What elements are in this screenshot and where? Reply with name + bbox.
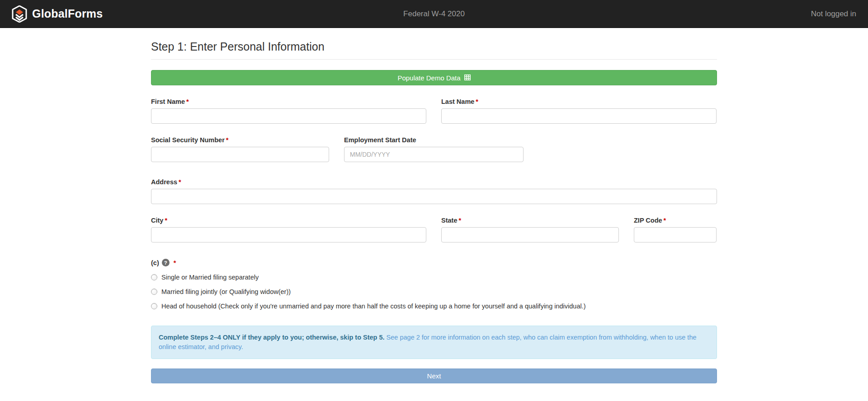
zip-input[interactable] [634, 227, 717, 242]
first-name-label: First Name* [151, 98, 426, 105]
required-asterisk: * [186, 98, 189, 105]
radio-button[interactable] [151, 303, 157, 309]
page-title: Step 1: Enter Personal Information [151, 40, 717, 60]
required-asterisk: * [165, 217, 167, 224]
city-label: City* [151, 217, 426, 224]
login-status: Not logged in [811, 9, 856, 19]
question-circle-icon[interactable]: ? [162, 259, 170, 266]
radio-option-label: Head of household (Check only if you're … [161, 303, 586, 310]
city-group: City* [151, 217, 426, 242]
brand-name: GlobalForms [32, 7, 103, 20]
populate-demo-data-label: Populate Demo Data [397, 74, 460, 82]
populate-demo-data-button[interactable]: Populate Demo Data [151, 70, 717, 85]
zip-label: ZIP Code* [634, 217, 717, 224]
radio-option-head-of-household[interactable]: Head of household (Check only if you're … [151, 303, 717, 310]
ssn-group: Social Security Number* [151, 136, 329, 162]
first-name-input[interactable] [151, 108, 426, 124]
first-name-group: First Name* [151, 98, 426, 124]
navbar-form-title: Federal W-4 2020 [403, 9, 465, 19]
zip-group: ZIP Code* [634, 217, 717, 242]
filing-status-group: (c) ? * Single or Married filing separat… [151, 259, 717, 310]
state-input[interactable] [441, 227, 619, 242]
globalforms-logo-icon [12, 5, 27, 23]
required-asterisk: * [179, 178, 181, 186]
last-name-label: Last Name* [441, 98, 717, 105]
radio-option-label: Married filing jointly (or Qualifying wi… [161, 288, 291, 295]
required-asterisk: * [476, 98, 478, 105]
alert-bold-text: Complete Steps 2–4 ONLY if they apply to… [159, 334, 385, 341]
filing-status-label: (c) ? * [151, 259, 717, 266]
required-asterisk: * [458, 217, 461, 224]
employment-start-date-group: Employment Start Date [344, 136, 524, 162]
radio-option-married-jointly[interactable]: Married filing jointly (or Qualifying wi… [151, 288, 717, 295]
required-asterisk: * [226, 136, 229, 144]
next-button-label: Next [427, 372, 441, 380]
ssn-label: Social Security Number* [151, 136, 329, 144]
ssn-input[interactable] [151, 147, 329, 162]
city-state-zip-row: City* State* ZIP Code* [151, 217, 717, 242]
radio-button[interactable] [151, 289, 157, 295]
name-row: First Name* Last Name* [151, 98, 717, 124]
address-input[interactable] [151, 189, 717, 204]
form-container: Step 1: Enter Personal Information Popul… [151, 40, 717, 383]
table-icon [464, 74, 471, 82]
next-button[interactable]: Next [151, 368, 717, 383]
last-name-group: Last Name* [441, 98, 717, 124]
brand[interactable]: GlobalForms [12, 5, 103, 23]
steps-info-alert: Complete Steps 2–4 ONLY if they apply to… [151, 326, 717, 359]
ssn-date-row: Social Security Number* Employment Start… [151, 136, 717, 162]
navbar: GlobalForms Federal W-4 2020 Not logged … [0, 0, 868, 28]
address-group: Address* [151, 178, 717, 204]
required-asterisk: * [174, 259, 176, 266]
radio-option-single[interactable]: Single or Married filing separately [151, 274, 717, 281]
employment-start-date-label: Employment Start Date [344, 136, 524, 144]
address-label: Address* [151, 178, 717, 186]
employment-start-date-input[interactable] [344, 147, 524, 162]
city-input[interactable] [151, 227, 426, 242]
radio-option-label: Single or Married filing separately [161, 274, 259, 281]
state-label: State* [441, 217, 619, 224]
last-name-input[interactable] [441, 108, 717, 124]
required-asterisk: * [664, 217, 666, 224]
state-group: State* [441, 217, 619, 242]
radio-button[interactable] [151, 274, 157, 280]
address-row: Address* [151, 178, 717, 204]
